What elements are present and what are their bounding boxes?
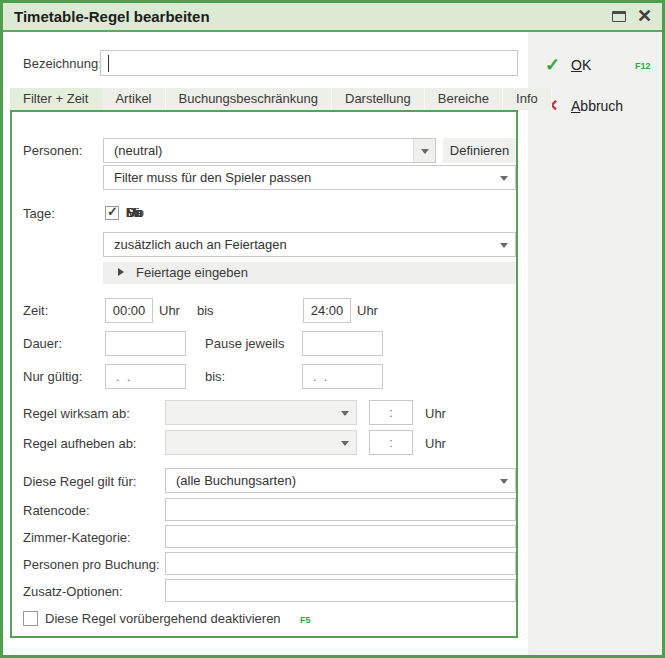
pause-jeweils-label: Pause jeweils: [205, 336, 285, 351]
zusatz-optionen-label: Zusatz-Optionen:: [23, 584, 123, 599]
titlebar: Timetable-Regel bearbeiten ✕: [3, 3, 662, 32]
deaktivieren-checkbox[interactable]: Diese Regel vorübergehend deaktivieren: [23, 611, 281, 626]
wirksam-zeit-input[interactable]: :: [369, 400, 413, 425]
aufheben-label: Regel aufheben ab:: [23, 436, 136, 451]
checkmark-icon: ✓: [107, 204, 118, 219]
uhr-label: Uhr: [159, 303, 180, 318]
gueltig-bis-label: bis:: [205, 369, 225, 384]
aufheben-zeit-input[interactable]: :: [369, 430, 413, 455]
wirksam-select[interactable]: [165, 400, 357, 425]
feiertage-mode-select[interactable]: zusätzlich auch an Feiertagen: [103, 232, 516, 257]
dropdown-arrow-icon: [413, 139, 435, 162]
check-icon: ✓: [545, 54, 560, 76]
dropdown-arrow-icon: [500, 243, 508, 248]
personen-label: Personen:: [23, 143, 82, 158]
personen-select[interactable]: (neutral): [103, 138, 436, 163]
deaktivieren-shortcut: F5: [300, 615, 311, 625]
ok-label: OK: [571, 57, 591, 73]
text-cursor: [108, 55, 109, 72]
personen-pro-buchung-label: Personen pro Buchung:: [23, 557, 160, 572]
zeit-label: Zeit:: [23, 303, 48, 318]
feiertage-expander[interactable]: Feiertage eingeben: [103, 262, 516, 284]
tab-buchungsbeschraenkung[interactable]: Buchungsbeschränkung: [166, 88, 333, 110]
maximize-icon[interactable]: [612, 11, 626, 22]
zimmer-kategorie-label: Zimmer-Kategorie:: [23, 530, 131, 545]
tab-darstellung[interactable]: Darstellung: [332, 88, 425, 110]
filter-zeit-panel: Personen: (neutral) Definieren Filter mu…: [10, 110, 518, 638]
bis-label: bis: [197, 303, 214, 318]
definieren-button[interactable]: Definieren: [443, 138, 516, 163]
zeit-bis-input[interactable]: 24:00: [303, 298, 351, 323]
nur-gueltig-label: Nur gültig:: [23, 369, 82, 384]
ratencode-label: Ratencode:: [23, 503, 90, 518]
zusatz-optionen-input[interactable]: [165, 579, 516, 602]
zimmer-kategorie-input[interactable]: [165, 525, 516, 548]
dropdown-arrow-icon: [500, 479, 508, 484]
tab-artikel[interactable]: Artikel: [102, 88, 165, 110]
ok-button[interactable]: ✓ OK F12: [528, 54, 662, 78]
tab-filter-zeit[interactable]: Filter + Zeit: [10, 88, 102, 110]
dauer-input[interactable]: [105, 331, 186, 356]
gueltig-bis-input[interactable]: . .: [302, 364, 383, 389]
ok-shortcut: F12: [635, 61, 651, 71]
tage-label: Tage:: [23, 206, 55, 221]
dropdown-arrow-icon: [500, 176, 508, 181]
bezeichnung-input[interactable]: [100, 50, 518, 76]
window-title: Timetable-Regel bearbeiten: [14, 8, 210, 25]
action-sidebar: ✓ OK F12 ✕ Abbruch: [528, 32, 662, 655]
tab-bar: Filter + Zeit Artikel Buchungsbeschränku…: [10, 88, 552, 110]
tab-info[interactable]: Info: [503, 88, 552, 110]
ratencode-input[interactable]: [165, 498, 516, 521]
uhr-label: Uhr: [425, 406, 446, 421]
zeit-von-input[interactable]: 00:00: [105, 298, 153, 323]
expander-arrow-icon: [118, 268, 124, 276]
tab-bereiche[interactable]: Bereiche: [425, 88, 503, 110]
close-icon[interactable]: ✕: [637, 5, 652, 27]
pause-input[interactable]: [302, 331, 383, 356]
wirksam-label: Regel wirksam ab:: [23, 406, 130, 421]
aufheben-select[interactable]: [165, 430, 357, 455]
bezeichnung-label: Bezeichnung:: [23, 56, 102, 71]
uhr-label: Uhr: [425, 436, 446, 451]
dropdown-arrow-icon: [341, 441, 349, 446]
checkbox-so[interactable]: ✓So: [105, 205, 142, 220]
dauer-label: Dauer:: [23, 336, 62, 351]
dropdown-arrow-icon: [341, 411, 349, 416]
gilt-fuer-label: Diese Regel gilt für:: [23, 474, 136, 489]
personen-pro-buchung-input[interactable]: [165, 552, 516, 575]
gilt-fuer-select[interactable]: (alle Buchungsarten): [165, 468, 516, 493]
cancel-label: Abbruch: [571, 98, 623, 114]
filter-mode-select[interactable]: Filter muss für den Spieler passen: [103, 165, 516, 190]
dialog-window: Timetable-Regel bearbeiten ✕ ✓ OK F12 ✕ …: [0, 0, 665, 658]
uhr-label: Uhr: [357, 303, 378, 318]
gueltig-von-input[interactable]: . .: [105, 364, 186, 389]
